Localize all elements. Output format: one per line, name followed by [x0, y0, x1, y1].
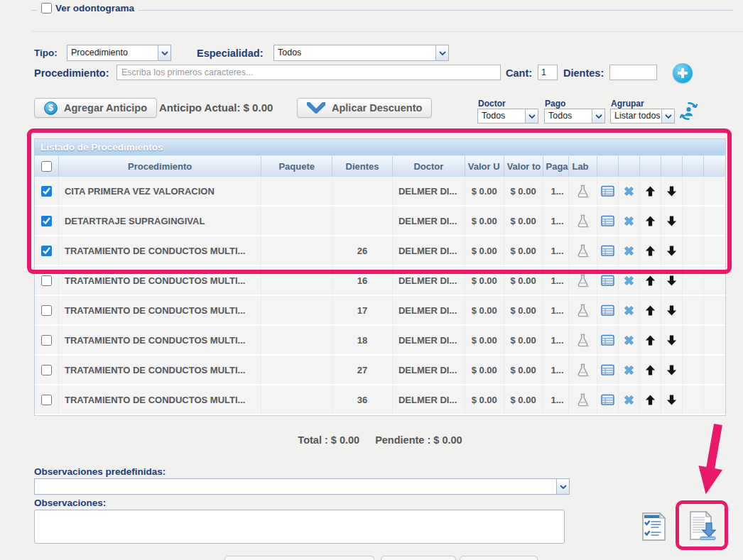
cant-label: Cant:	[506, 67, 532, 79]
lab-flask-icon[interactable]	[575, 184, 590, 199]
arrow-up-icon[interactable]	[644, 334, 656, 346]
lab-flask-icon[interactable]	[575, 303, 590, 318]
arrow-up-icon[interactable]	[644, 215, 656, 227]
bottom-button-partial[interactable]	[224, 556, 374, 560]
lab-flask-icon[interactable]	[575, 333, 590, 348]
lab-flask-icon[interactable]	[575, 214, 590, 229]
grid-table-icon[interactable]	[601, 215, 614, 227]
row-checkbox[interactable]	[41, 365, 52, 375]
observaciones-predefinidas-label: Observaciones predefinidas:	[34, 466, 166, 477]
paquete-value	[261, 326, 332, 354]
row-checkbox[interactable]	[41, 305, 52, 316]
arrow-down-icon[interactable]	[666, 215, 678, 227]
lab-flask-icon[interactable]	[575, 273, 590, 288]
grid-table-icon[interactable]	[601, 245, 614, 257]
header-doctor: Doctor	[393, 156, 465, 177]
row-checkbox[interactable]	[41, 216, 52, 226]
grid-table-icon[interactable]	[601, 275, 614, 287]
dientes-input[interactable]	[609, 65, 657, 80]
arrow-down-icon[interactable]	[666, 394, 678, 406]
arrow-up-icon[interactable]	[644, 245, 656, 257]
doctor-value: DELMER DI...	[393, 266, 465, 295]
tipo-select-value: Procedimiento	[67, 45, 158, 60]
grid-table-icon[interactable]	[601, 364, 614, 376]
grid-table-icon[interactable]	[601, 185, 614, 197]
header-dientes: Dientes	[332, 156, 393, 177]
odontogram-legend: Ver odontograma	[37, 3, 139, 13]
blue-x-icon[interactable]	[622, 363, 636, 377]
blue-x-icon[interactable]	[622, 304, 636, 317]
pagado-value: 1...	[543, 177, 570, 205]
pago-filter-select[interactable]: Todos	[544, 109, 605, 123]
blue-x-icon[interactable]	[622, 334, 636, 347]
row-checkbox[interactable]	[41, 246, 52, 256]
pagado-value: 1...	[543, 236, 570, 265]
grid-table-icon[interactable]	[601, 394, 614, 406]
tipo-select[interactable]: Procedimiento	[67, 45, 171, 61]
table-header-row: Procedimiento Paquete Dientes Doctor Val…	[35, 155, 725, 177]
arrow-up-icon[interactable]	[644, 364, 656, 376]
valor-unitario-value: $ 0.00	[465, 236, 504, 265]
blue-x-icon[interactable]	[622, 244, 636, 258]
agrupar-filter-label: Agrupar	[611, 99, 644, 109]
arrow-up-icon[interactable]	[644, 394, 656, 406]
arrow-down-icon[interactable]	[666, 185, 678, 197]
valor-unitario-value: $ 0.00	[465, 207, 504, 235]
agrupar-filter-select[interactable]: Listar todos	[610, 109, 675, 123]
aplicar-descuento-button[interactable]: Aplicar Descuento	[297, 98, 432, 118]
lab-flask-icon[interactable]	[575, 392, 590, 407]
arrow-up-icon[interactable]	[644, 304, 656, 317]
header-lab: Lab	[569, 156, 597, 177]
header-empty	[704, 156, 725, 177]
row-checkbox[interactable]	[41, 395, 52, 405]
observaciones-textarea[interactable]	[34, 510, 565, 544]
arrow-down-icon[interactable]	[666, 245, 678, 257]
valor-total-value: $ 0.00	[504, 266, 543, 295]
row-checkbox[interactable]	[41, 275, 52, 286]
cant-input[interactable]	[538, 65, 558, 80]
table-row: DETARTRAJE SUPRAGINGIVAL DELMER DI... $ …	[35, 207, 725, 236]
blue-x-icon[interactable]	[622, 214, 636, 228]
table-row: CITA PRIMERA VEZ VALORACION DELMER DI...…	[35, 177, 725, 207]
grid-table-icon[interactable]	[601, 304, 614, 317]
observaciones-predefinidas-select[interactable]	[34, 478, 570, 495]
arrow-down-icon[interactable]	[666, 364, 678, 376]
header-pagado: Paga	[543, 156, 570, 177]
arrow-up-icon[interactable]	[644, 185, 656, 197]
header-empty	[661, 156, 683, 177]
arrow-down-icon[interactable]	[666, 304, 678, 317]
procedure-name: TRATAMIENTO DE CONDUCTOS MULTI...	[59, 326, 261, 354]
bottom-button-partial[interactable]	[381, 556, 456, 560]
doctor-value: DELMER DI...	[393, 177, 465, 205]
procedimiento-search-input[interactable]	[116, 65, 501, 80]
row-checkbox[interactable]	[41, 335, 52, 346]
blue-x-icon[interactable]	[622, 393, 636, 407]
especialidad-select[interactable]: Todos	[273, 45, 449, 61]
checklist-document-icon[interactable]	[640, 512, 667, 542]
row-checkbox[interactable]	[41, 186, 52, 197]
valor-total-value: $ 0.00	[504, 385, 543, 414]
blue-x-icon[interactable]	[622, 185, 636, 198]
arrow-up-icon[interactable]	[644, 275, 656, 287]
lab-flask-icon[interactable]	[575, 243, 590, 258]
arrow-down-icon[interactable]	[666, 334, 678, 346]
add-procedure-button[interactable]	[673, 63, 693, 83]
procedure-name: TRATAMIENTO DE CONDUCTOS MULTI...	[59, 266, 261, 295]
grid-table-icon[interactable]	[601, 334, 614, 346]
agregar-anticipo-button[interactable]: $ Agregar Anticipo	[34, 98, 157, 118]
bottom-button-partial[interactable]	[460, 556, 538, 560]
dientes-label: Dientes:	[563, 67, 604, 79]
lab-flask-icon[interactable]	[575, 363, 590, 378]
pagado-value: 1...	[543, 385, 570, 414]
download-document-icon[interactable]	[688, 510, 716, 542]
person-refresh-icon[interactable]	[678, 101, 699, 121]
doctor-value: DELMER DI...	[393, 326, 465, 354]
doctor-filter-select[interactable]: Todos	[477, 109, 538, 123]
arrow-down-icon[interactable]	[666, 275, 678, 287]
select-all-checkbox[interactable]	[41, 161, 52, 172]
valor-unitario-value: $ 0.00	[465, 266, 504, 295]
chevron-down-icon	[525, 109, 538, 123]
ver-odontograma-checkbox[interactable]	[41, 3, 52, 13]
blue-x-icon[interactable]	[622, 274, 636, 287]
ver-odontograma-label: Ver odontograma	[55, 3, 134, 13]
